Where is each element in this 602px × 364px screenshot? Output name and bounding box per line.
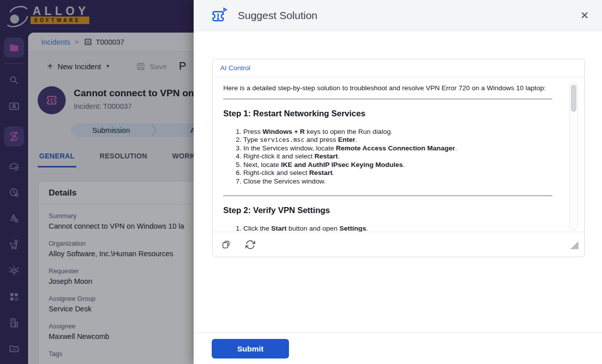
copy-icon: [221, 239, 231, 250]
step-item: In the Services window, locate Remote Ac…: [243, 144, 552, 153]
scrollbar-track[interactable]: [569, 82, 578, 230]
copy-button[interactable]: [221, 239, 231, 250]
ai-control-label: AI Control: [213, 59, 584, 77]
modal-header: Suggest Solution ✕: [194, 0, 602, 31]
step-item: Right-click it and select Restart.: [243, 152, 552, 161]
step-heading-2: Step 2: Verify VPN Settings: [223, 205, 552, 216]
modal-backdrop[interactable]: [0, 0, 194, 364]
suggest-solution-ticket-icon: [210, 6, 228, 26]
ai-control-toolbar: [213, 232, 584, 257]
step-list-1: Press Windows + R keys to open the Run d…: [223, 128, 552, 186]
step-item: Type services.msc and press Enter.: [243, 136, 552, 144]
suggest-solution-modal: Suggest Solution ✕ AI Control Here is a …: [194, 0, 602, 364]
ai-response: Here is a detailed step-by-step solution…: [213, 78, 584, 232]
refresh-icon: [245, 239, 256, 250]
section-divider: [223, 196, 552, 196]
ai-response-sections: Step 1: Restart Networking ServicesPress…: [223, 99, 552, 232]
modal-title: Suggest Solution: [238, 10, 318, 22]
ai-response-intro: Here is a detailed step-by-step solution…: [223, 84, 552, 93]
step-heading-1: Step 1: Restart Networking Services: [223, 108, 552, 119]
submit-button[interactable]: Submit: [212, 339, 289, 358]
regenerate-button[interactable]: [245, 239, 256, 250]
step-item: Close the Services window.: [243, 177, 552, 186]
step-item: Click the Start button and open Settings…: [243, 225, 552, 232]
step-list-2: Click the Start button and open Settings…: [223, 225, 552, 232]
step-item: Next, locate IKE and AuthIP IPsec Keying…: [243, 161, 552, 169]
close-icon[interactable]: ✕: [580, 10, 589, 21]
step-item: Right-click and select Restart.: [243, 169, 552, 177]
section-divider: [223, 99, 552, 99]
ai-control-box: AI Control Here is a detailed step-by-st…: [212, 59, 585, 257]
app-root: ALLOY SOFTWARE: [0, 0, 602, 364]
step-item: Press Windows + R keys to open the Run d…: [243, 128, 552, 136]
resize-handle[interactable]: [570, 241, 578, 249]
modal-footer: Submit: [194, 332, 602, 364]
scrollbar-thumb[interactable]: [571, 85, 576, 112]
